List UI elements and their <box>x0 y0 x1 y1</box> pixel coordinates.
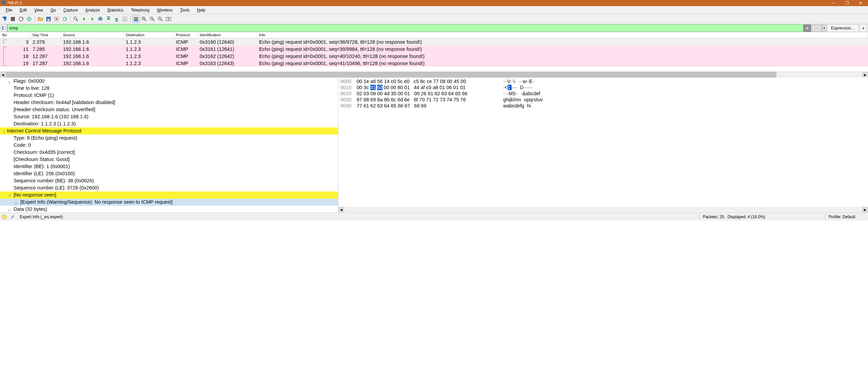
menu-edit[interactable]: Edit <box>16 7 31 14</box>
go-forward-button[interactable] <box>88 15 96 23</box>
detail-line[interactable]: Sequence number (BE): 38 (0x0026) <box>0 177 338 184</box>
resize-columns-button[interactable] <box>165 15 172 23</box>
svg-rect-24 <box>115 21 118 21</box>
svg-rect-43 <box>2 26 3 30</box>
menu-go[interactable]: Go <box>47 7 60 14</box>
hex-hscroll[interactable]: ◀▶ <box>338 207 868 212</box>
packet-bytes-pane[interactable]: 000000 1e a6 56 14 c0 5c e0 c5 8c ce 77 … <box>338 78 868 212</box>
col-destination[interactable]: Destination <box>124 33 174 38</box>
close-file-button[interactable] <box>53 15 60 23</box>
menu-wireless[interactable]: Wireless <box>153 7 176 14</box>
col-info[interactable]: Info <box>257 33 868 38</box>
svg-rect-19 <box>98 20 102 20</box>
filter-bar: ✕ ▼ Expression… + <box>0 24 868 33</box>
add-filter-button[interactable]: + <box>860 24 867 32</box>
reload-file-button[interactable] <box>61 15 68 23</box>
auto-scroll-button[interactable] <box>121 15 129 23</box>
detail-line[interactable]: ▷[Expert Info (Warning/Sequence): No res… <box>0 199 338 206</box>
find-packet-button[interactable] <box>72 15 80 23</box>
display-filter-input[interactable] <box>7 24 804 32</box>
col-identification[interactable]: Identification <box>198 33 257 38</box>
go-back-button[interactable] <box>80 15 88 23</box>
restart-capture-button[interactable] <box>17 15 25 23</box>
packet-row[interactable]: 32.379192.168.1.61.1.2.3ICMP0x3160 (1264… <box>0 38 868 45</box>
menu-capture[interactable]: Capture <box>60 7 82 14</box>
detail-line[interactable]: [Header checksum status: Unverified] <box>0 106 338 113</box>
apply-filter-button[interactable] <box>812 24 822 32</box>
packet-row[interactable]: 1812.287192.168.1.61.1.2.3ICMP0x3162 (12… <box>0 53 868 60</box>
minimize-button[interactable]: ─ <box>827 0 840 6</box>
detail-line[interactable]: Identifier (LE): 256 (0x0100) <box>0 170 338 177</box>
capture-options-button[interactable] <box>25 15 33 23</box>
menu-tools[interactable]: Tools <box>176 7 193 14</box>
menu-statistics[interactable]: Statistics <box>103 7 127 14</box>
menu-file[interactable]: File <box>2 7 16 14</box>
edit-annotation-button[interactable] <box>9 214 16 220</box>
svg-point-5 <box>29 18 30 19</box>
stop-capture-button[interactable] <box>9 15 17 23</box>
svg-marker-44 <box>11 216 14 219</box>
filter-history-dropdown[interactable]: ▼ <box>822 24 827 32</box>
detail-line[interactable]: ▽[No response seen] <box>0 191 338 199</box>
col-protocol[interactable]: Protocol <box>174 33 198 38</box>
detail-line[interactable]: ▷Flags: 0x0000 <box>0 78 338 85</box>
packet-row[interactable]: 1917.287192.168.1.61.1.2.3ICMP0x3163 (12… <box>0 60 868 67</box>
zoom-in-button[interactable] <box>140 15 148 23</box>
status-profile[interactable]: Profile: Default <box>829 215 866 219</box>
svg-marker-0 <box>2 17 7 21</box>
bookmark-filters-button[interactable] <box>1 24 7 32</box>
menu-analyze[interactable]: Analyze <box>82 7 104 14</box>
detail-line[interactable]: Header checksum: 0x44af [validation disa… <box>0 99 338 106</box>
packet-list[interactable]: 32.379192.168.1.61.1.2.3ICMP0x3160 (1264… <box>0 38 868 72</box>
go-last-button[interactable] <box>113 15 120 23</box>
clear-filter-button[interactable]: ✕ <box>804 24 811 32</box>
detail-line[interactable]: Code: 0 <box>0 142 338 149</box>
svg-marker-15 <box>83 17 85 21</box>
menu-telephony[interactable]: Telephony <box>127 7 153 14</box>
detail-line[interactable]: Time to live: 128 <box>0 85 338 92</box>
svg-rect-41 <box>169 17 171 21</box>
menu-help[interactable]: Help <box>193 7 209 14</box>
start-capture-button[interactable] <box>1 15 8 23</box>
go-first-button[interactable] <box>105 15 112 23</box>
detail-line[interactable]: ▽Internet Control Message Protocol <box>0 127 338 135</box>
app-fin-icon <box>1 1 5 5</box>
expert-info-indicator-icon[interactable] <box>2 215 7 219</box>
detail-line[interactable]: Sequence number (LE): 9728 (0x2600) <box>0 184 338 191</box>
svg-rect-7 <box>47 19 50 21</box>
detail-line[interactable]: Destination: 1.1.2.3 (1.1.2.3) <box>0 120 338 127</box>
close-button[interactable]: ✕ <box>854 0 867 6</box>
col-time[interactable]: Day Time <box>31 33 61 38</box>
detail-line[interactable]: [Checksum Status: Good] <box>0 156 338 163</box>
detail-line[interactable]: Source: 192.168.1.6 (192.168.1.6) <box>0 113 338 120</box>
col-no[interactable]: No <box>0 33 31 38</box>
svg-marker-20 <box>99 16 101 17</box>
menu-bar: File Edit View Go Capture Analyze Statis… <box>0 6 868 14</box>
detail-line[interactable]: ▷Data (32 bytes) <box>0 206 338 212</box>
hex-row[interactable]: 000000 1e a6 56 14 c0 5c e0 c5 8c ce 77 … <box>340 78 868 84</box>
hex-row[interactable]: 003067 68 69 6a 6b 6c 6d 6e 6f 70 71 72 … <box>340 97 868 103</box>
detail-line[interactable]: Identifier (BE): 1 (0x0001) <box>0 163 338 170</box>
hex-row[interactable]: 002002 03 08 00 4d 35 00 01 00 26 61 62 … <box>340 90 868 97</box>
bottom-panes: ▷Flags: 0x0000Time to live: 128Protocol:… <box>0 77 868 212</box>
open-file-button[interactable] <box>37 15 44 23</box>
detail-line[interactable]: Type: 8 (Echo (ping) request) <box>0 135 338 142</box>
zoom-out-button[interactable] <box>149 15 156 23</box>
svg-line-38 <box>161 19 162 21</box>
detail-line[interactable]: Protocol: ICMP (1) <box>0 92 338 99</box>
detail-line[interactable]: Checksum: 0x4d35 [correct] <box>0 149 338 156</box>
svg-line-14 <box>76 19 78 21</box>
go-to-packet-button[interactable] <box>97 15 104 23</box>
hex-row[interactable]: 004077 61 62 63 64 65 66 67 68 69wabcdef… <box>340 103 868 109</box>
expression-button[interactable]: Expression… <box>827 24 859 32</box>
col-source[interactable]: Source <box>61 33 124 38</box>
zoom-reset-button[interactable]: 1 <box>157 15 164 23</box>
packet-details-tree[interactable]: ▷Flags: 0x0000Time to live: 128Protocol:… <box>0 78 338 212</box>
hex-row[interactable]: 001000 3c 31 60 00 00 80 01 44 af c0 a8 … <box>340 84 868 90</box>
packet-list-hscroll[interactable]: ◀▶ <box>0 72 868 77</box>
packet-row[interactable]: 117.285192.168.1.61.1.2.3ICMP0x3161 (126… <box>0 45 868 53</box>
maximize-button[interactable]: ❐ <box>840 0 854 6</box>
save-file-button[interactable] <box>45 15 52 23</box>
menu-view[interactable]: View <box>31 7 47 14</box>
colorize-button[interactable] <box>132 15 140 23</box>
